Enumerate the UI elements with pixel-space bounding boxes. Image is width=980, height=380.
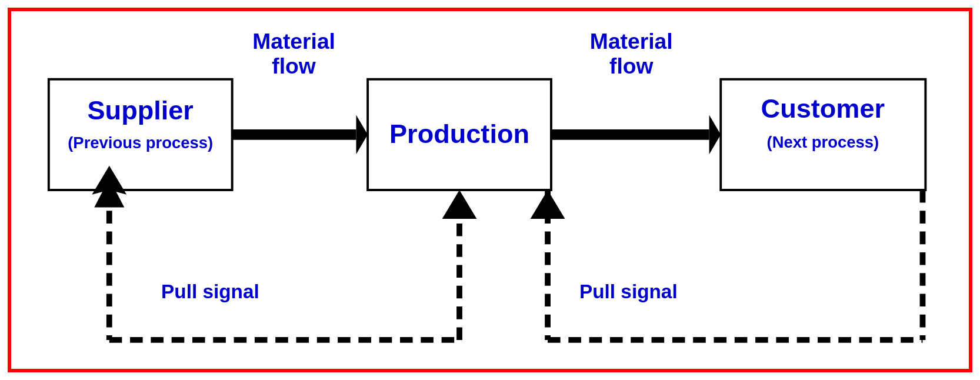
outer-border: Supplier (Previous process) Production C… (8, 8, 972, 372)
svg-marker-3 (709, 115, 721, 155)
diagram: Supplier (Previous process) Production C… (11, 11, 969, 369)
production-label: Production (389, 119, 529, 149)
svg-marker-7 (442, 190, 477, 219)
svg-marker-13 (531, 190, 565, 219)
pull-label-2: Pull signal (579, 281, 678, 302)
customer-sublabel: (Next process) (767, 133, 879, 151)
supplier-label: Supplier (88, 95, 194, 125)
svg-marker-1 (356, 115, 368, 155)
flow-label-1: Material (252, 29, 335, 54)
customer-label: Customer (761, 94, 885, 124)
flow-label-1b: flow (272, 54, 316, 78)
supplier-sublabel: (Previous process) (68, 134, 213, 152)
flow-label-2b: flow (609, 54, 654, 78)
flow-label-2: Material (590, 29, 673, 54)
pull-label-1: Pull signal (161, 281, 259, 302)
